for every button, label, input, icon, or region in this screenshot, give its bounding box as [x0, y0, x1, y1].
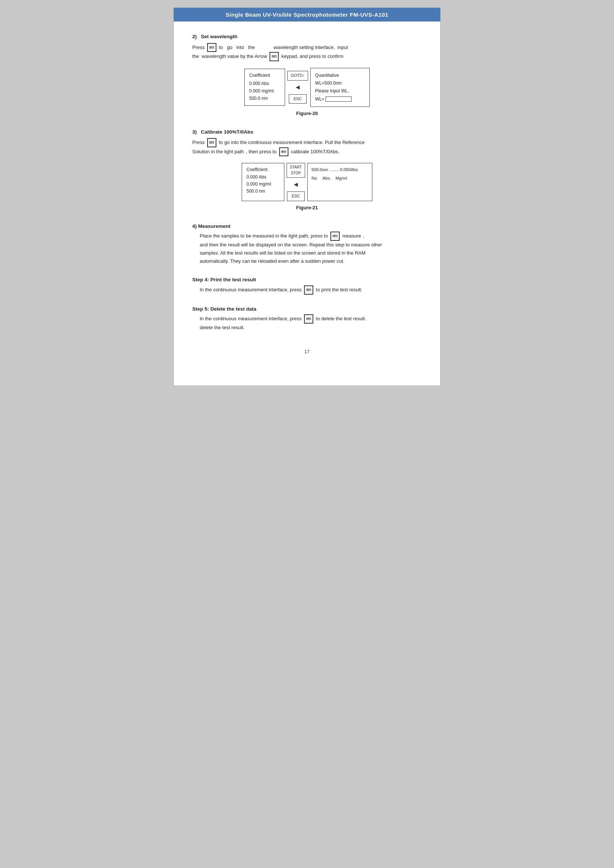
fig21-left-box: Coefficient 0.000 Abs 0.000 mg/ml 500.0 … — [242, 163, 284, 201]
delete-title: Step 5: Delete the test data — [192, 305, 422, 313]
press-text-2: Press — [192, 44, 206, 50]
figure-21-label: Figure-21 — [192, 204, 422, 212]
fig21-header: 500.0nm ........ 0.000Abs — [312, 166, 368, 173]
header-title: Single Beam UV-Visible Spectrophotometer… — [226, 11, 388, 18]
fig21-arrow: ◄ — [293, 179, 299, 190]
figure-20: Coefficient 0.000 Abs 0.000 mg/ml 500.0 … — [244, 68, 370, 107]
button-icon-2b[interactable]: ⊞⊟ — [270, 52, 279, 61]
fig20-quantitative: Quantitative — [315, 72, 365, 79]
section-4-text1: Place the samples to be measured in the … — [200, 233, 328, 239]
section-3-text3: calibrate 100%T/0Abs. — [291, 149, 339, 154]
fig21-esc-btn[interactable]: ESC — [287, 192, 305, 201]
fig21-nm: 500.0 nm — [247, 188, 279, 195]
section-2-number: 2) — [192, 34, 197, 39]
section-3: 3) Calibrate 100%T/0Abs Press ⊞⊟ to go i… — [192, 128, 422, 212]
section-3-heading: Calibrate 100%T/0Abs — [201, 129, 253, 135]
delete-text1: In the continuous measurement interface,… — [200, 316, 302, 321]
fig21-coefficient: Coefficient — [247, 166, 279, 173]
figure-20-label: Figure-20 — [192, 110, 422, 118]
fig20-wl-value: WL=500.0nm — [315, 80, 365, 87]
fig21-cols: No. Abs. Mg/ml — [312, 175, 368, 181]
button-icon-3b[interactable]: ⊞⊟ — [279, 147, 288, 157]
fig20-abs: 0.000 Abs — [249, 80, 280, 87]
section-3-para: Press ⊞⊟ to go into the continuous measu… — [192, 138, 422, 156]
section-4-para: Place the samples to be measured in the … — [192, 232, 422, 265]
fig20-nm: 500.0 nm — [249, 95, 280, 102]
section-2-title: 2) Set wavelength — [192, 33, 422, 41]
fig20-coefficient: Coefficient — [249, 72, 280, 79]
keypad-text: keypad, and press to confirm — [281, 53, 343, 59]
section-3-text1: to go into the continuous measurement in… — [219, 140, 364, 145]
fig20-middle: GOTO↑ ◄ ESC — [287, 71, 308, 104]
print-para: In the continuous measurement interface,… — [192, 285, 422, 294]
fig21-mgml: 0.000 mg/ml — [247, 181, 279, 188]
fig20-wl-input-field[interactable] — [326, 96, 352, 102]
section-3-text2: Solution in the light path，then press to — [192, 149, 276, 154]
section-delete: Step 5: Delete the test data In the cont… — [192, 305, 422, 332]
fig20-please-input: Please Input WL. — [315, 88, 365, 95]
fig20-wl-input-row: WL= — [315, 96, 365, 103]
button-icon-2a[interactable]: ⊞⊟ — [207, 43, 216, 52]
page-header: Single Beam UV-Visible Spectrophotometer… — [174, 8, 440, 22]
section-print: Step 4: Print the test result In the con… — [192, 276, 422, 294]
fig20-mgml: 0.000 mg/ml — [249, 88, 280, 95]
section-4-text3: and then the result will be displayed on… — [200, 242, 382, 248]
fig21-col-no: No. — [312, 175, 318, 181]
fig21-start-stop-btn[interactable]: START STOP — [287, 163, 305, 178]
section-2: 2) Set wavelength Press ⊞⊟ to go into th… — [192, 33, 422, 118]
fig20-wl-label: WL= — [315, 96, 326, 102]
delete-text3: delete the test result. — [200, 325, 245, 330]
fig21-middle: START STOP ◄ ESC — [287, 163, 305, 201]
fig20-goto-btn[interactable]: GOTO↑ — [287, 71, 308, 81]
button-icon-4[interactable]: ⊞⊟ — [330, 232, 340, 241]
fig20-esc-btn[interactable]: ESC — [289, 94, 307, 104]
print-title: Step 4: Print the test result — [192, 276, 422, 284]
page-content: 2) Set wavelength Press ⊞⊟ to go into th… — [174, 22, 440, 386]
fig21-col-mgml: Mg/ml — [336, 175, 347, 181]
figure-21: Coefficient 0.000 Abs 0.000 mg/ml 500.0 … — [242, 163, 372, 201]
fig21-right-box: 500.0nm ........ 0.000Abs No. Abs. Mg/ml — [307, 163, 372, 201]
section-3-title: 3) Calibrate 100%T/0Abs — [192, 128, 422, 136]
page-number: 17 — [192, 342, 422, 363]
figure-21-container: Coefficient 0.000 Abs 0.000 mg/ml 500.0 … — [192, 163, 422, 201]
delete-para: In the continuous measurement interface,… — [192, 314, 422, 332]
page: Single Beam UV-Visible Spectrophotometer… — [174, 8, 440, 386]
section-3-number: 3) — [192, 129, 197, 135]
press-text-3: Press — [192, 140, 206, 145]
delete-text2: to delete the test result. — [316, 316, 366, 321]
section-4: 4) Measurement Place the samples to be m… — [192, 222, 422, 266]
figure-20-container: Coefficient 0.000 Abs 0.000 mg/ml 500.0 … — [192, 68, 422, 107]
print-text1: In the continuous measurement interface,… — [200, 287, 302, 293]
fig20-right-box: Quantitative WL=500.0nm Please Input WL.… — [310, 68, 370, 107]
section-4-text5: automatically. They can be reloaded even… — [200, 258, 344, 264]
fig20-arrow: ◄ — [295, 82, 301, 93]
to-go-into-2: to go into the wavelength setting interf… — [219, 44, 348, 50]
fig21-col-abs: Abs. — [323, 175, 331, 181]
wavelength-value-text: the wavelength value by the Arrow — [192, 53, 268, 59]
button-icon-delete[interactable]: ⊞⊟ — [304, 314, 313, 324]
fig20-left-box: Coefficient 0.000 Abs 0.000 mg/ml 500.0 … — [244, 69, 285, 106]
section-4-text4: samples. All the test results will be li… — [200, 250, 366, 256]
fig21-abs: 0.000 Abs — [247, 174, 279, 181]
button-icon-3a[interactable]: ⊞⊟ — [207, 138, 216, 147]
section-2-heading: Set wavelength — [201, 34, 237, 39]
section-4-title: 4) Measurement — [192, 222, 422, 231]
section-4-text2: measure， — [342, 233, 366, 239]
print-text2: to print the test result. — [316, 287, 362, 293]
button-icon-print[interactable]: ⊞⊟ — [304, 285, 313, 294]
section-2-para: Press ⊞⊟ to go into the wavelength setti… — [192, 43, 422, 61]
